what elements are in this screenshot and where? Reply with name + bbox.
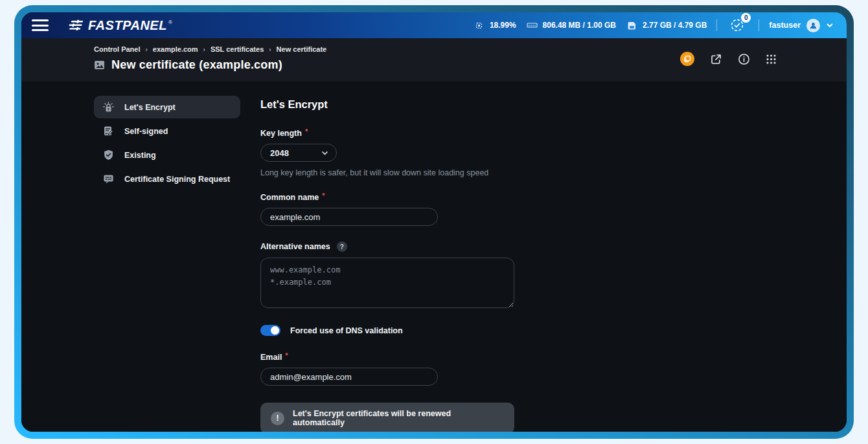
email-label: Email * — [260, 353, 514, 362]
divider — [716, 19, 717, 31]
brand-logo[interactable]: FASTPANEL ® — [67, 19, 172, 32]
promo-icon[interactable] — [680, 52, 694, 66]
auto-renew-info-box: ! Let's Encrypt certificates will be ren… — [260, 403, 514, 432]
help-icon[interactable]: ? — [337, 241, 347, 252]
document-sign-icon — [102, 125, 115, 137]
breadcrumb-separator: › — [269, 46, 271, 53]
image-icon — [94, 60, 105, 71]
app-window: FASTPANEL ® 18.99% — [14, 5, 854, 439]
sidebar-item-label: Let's Encrypt — [124, 103, 176, 112]
app-panel: FASTPANEL ® 18.99% — [21, 12, 847, 432]
certificate-type-sidebar: Let's Encrypt Self-signed — [94, 96, 240, 432]
key-length-hint: Long key length is safer, but it will sl… — [260, 168, 514, 177]
sidebar-item-label: Existing — [124, 151, 156, 160]
key-length-label: Key length * — [260, 129, 514, 138]
page-title: New certificate (example.com) — [111, 58, 282, 72]
apps-grid-icon[interactable] — [766, 54, 777, 65]
content: Let's Encrypt Self-signed — [21, 82, 847, 432]
dns-validation-label: Forced use of DNS validation — [290, 326, 403, 335]
form-heading: Let's Encrypt — [260, 98, 514, 111]
disk-icon — [626, 19, 638, 32]
username: fastuser — [769, 21, 801, 30]
external-link-icon[interactable] — [710, 53, 722, 65]
disk-stat: 2.77 GB / 4.79 GB — [626, 19, 707, 32]
alternative-names-label: Alternative names ? — [260, 241, 514, 252]
required-marker: * — [305, 128, 308, 135]
cpu-icon — [473, 19, 485, 32]
dns-validation-toggle-row[interactable]: Forced use of DNS validation — [260, 325, 514, 336]
sidebar-item-self-signed[interactable]: Self-signed — [94, 120, 240, 142]
disk-value: 2.77 GB / 4.79 GB — [643, 21, 707, 30]
key-length-select[interactable]: 2048 — [260, 144, 337, 162]
topbar-right: 18.99% 806.48 MB / 1.00 GB — [473, 17, 834, 33]
sidebar-item-lets-encrypt[interactable]: Let's Encrypt — [94, 96, 240, 118]
menu-icon[interactable] — [32, 19, 49, 31]
email-label-text: Email — [260, 353, 282, 362]
common-name-label-text: Common name — [260, 193, 319, 202]
common-name-input[interactable] — [260, 208, 438, 226]
breadcrumb-site[interactable]: example.com — [153, 45, 198, 53]
alternative-names-textarea[interactable] — [260, 258, 514, 308]
key-length-field: Key length * 2048 Long key length is saf… — [260, 129, 514, 177]
dns-validation-toggle[interactable] — [260, 325, 280, 336]
breadcrumb-separator: › — [146, 46, 148, 53]
chevron-down-icon — [826, 21, 834, 29]
divider — [759, 19, 759, 31]
sidebar-item-label: Certificate Signing Request — [124, 175, 230, 184]
ram-icon — [526, 19, 538, 32]
topbar: FASTPANEL ® 18.99% — [21, 12, 847, 38]
page-header: Control Panel › example.com › SSL certif… — [21, 38, 847, 82]
lets-encrypt-lock-icon — [102, 101, 115, 113]
auto-renew-info-text: Let's Encrypt certificates will be renew… — [293, 409, 504, 427]
breadcrumb-ssl-certificates[interactable]: SSL certificates — [211, 45, 264, 53]
toggle-knob — [271, 326, 279, 335]
breadcrumb-new-certificate[interactable]: New certificate — [277, 45, 327, 53]
breadcrumb-control-panel[interactable]: Control Panel — [94, 45, 141, 53]
cpu-value: 18.99% — [490, 21, 516, 30]
memory-value: 806.48 MB / 1.00 GB — [543, 21, 616, 30]
email-field: Email * — [260, 353, 514, 386]
cpu-stat: 18.99% — [473, 19, 516, 32]
required-marker: * — [322, 192, 325, 199]
memory-stat: 806.48 MB / 1.00 GB — [526, 19, 616, 32]
brand-name: FASTPANEL — [88, 19, 167, 32]
key-length-label-text: Key length — [260, 129, 302, 138]
common-name-field: Common name * — [260, 193, 514, 226]
lets-encrypt-form: Let's Encrypt Key length * 2048 — [260, 96, 514, 432]
breadcrumb-separator: › — [203, 46, 205, 53]
header-icons — [680, 52, 777, 66]
sidebar-item-existing[interactable]: Existing — [94, 144, 240, 166]
chevron-down-icon — [321, 150, 328, 157]
tasks-count-badge: 0 — [741, 13, 751, 23]
email-input[interactable] — [260, 368, 438, 386]
alternative-names-field: Alternative names ? — [260, 241, 514, 308]
required-marker: * — [285, 351, 288, 359]
user-menu[interactable]: fastuser — [769, 19, 834, 32]
key-length-value: 2048 — [270, 148, 289, 158]
common-name-label: Common name * — [260, 193, 514, 202]
equalizer-icon — [67, 19, 85, 32]
request-form-icon — [102, 173, 115, 185]
avatar — [806, 19, 820, 32]
alternative-names-label-text: Alternative names — [260, 242, 330, 251]
sidebar-item-label: Self-signed — [124, 127, 168, 136]
sidebar-item-csr[interactable]: Certificate Signing Request — [94, 168, 240, 190]
info-icon[interactable] — [738, 53, 750, 65]
brand-registered-mark: ® — [168, 19, 172, 25]
shield-check-icon — [102, 149, 115, 161]
exclamation-icon: ! — [271, 412, 284, 425]
tasks-button[interactable]: 0 — [729, 17, 745, 33]
